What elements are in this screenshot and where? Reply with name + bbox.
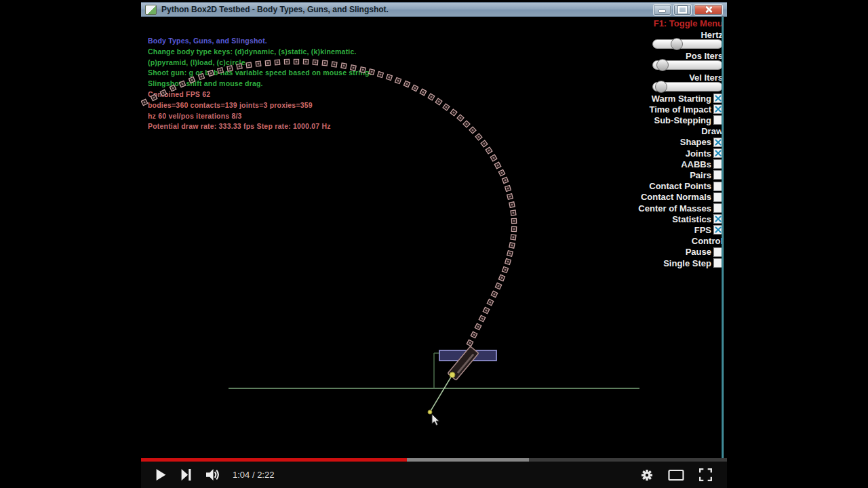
window-controls	[653, 4, 723, 16]
panel-item-label: Warm Starting	[652, 94, 711, 104]
projectile-box-core	[511, 244, 513, 246]
panel-item-label: Statistics	[672, 214, 711, 224]
projectile-box-core	[315, 62, 317, 64]
panel-section-label: Control	[692, 236, 723, 246]
fullscreen-button[interactable]	[694, 464, 717, 485]
projectile-box-core	[258, 63, 260, 65]
next-button[interactable]	[176, 465, 197, 485]
fullscreen-icon	[699, 468, 712, 481]
maximize-button[interactable]	[673, 4, 692, 16]
next-icon	[181, 469, 191, 481]
miniplayer-button[interactable]	[663, 465, 690, 485]
panel-section-label: Draw	[701, 126, 723, 136]
window-right-border	[722, 17, 724, 488]
projectile-box-core	[277, 62, 279, 64]
projectile-box-core	[286, 61, 288, 63]
minimize-icon	[658, 9, 666, 13]
projectile-box-core	[296, 61, 298, 63]
panel-item-label: Contact Points	[649, 181, 711, 191]
projectile-box-core	[513, 212, 515, 214]
slider-thumb[interactable]	[671, 38, 683, 50]
slider-track[interactable]	[652, 82, 723, 92]
projectile-box-core	[513, 237, 515, 239]
anchor-dot	[450, 372, 455, 378]
controls-row: 1:04 / 2:22	[141, 462, 727, 488]
simulation-canvas[interactable]: Body Types, Guns, and Slingshot.Change b…	[141, 17, 727, 458]
projectile-box-core	[238, 65, 240, 67]
window-title: Python Box2D Testbed - Body Types, Guns,…	[161, 5, 653, 14]
projectile-box-core	[361, 68, 363, 70]
close-icon	[705, 5, 713, 14]
slider-thumb[interactable]	[656, 59, 669, 71]
app-icon	[145, 5, 157, 15]
settings-panel: F1: Toggle MenuHertzPos ItersVel ItersWa…	[594, 17, 723, 308]
window-titlebar[interactable]: Python Box2D Testbed - Body Types, Guns,…	[141, 2, 727, 17]
slider-thumb[interactable]	[655, 81, 667, 93]
projectile-box-core	[342, 64, 344, 66]
panel-item-label: Sub-Stepping	[654, 115, 712, 125]
minimize-button[interactable]	[653, 4, 671, 16]
close-button[interactable]	[694, 4, 723, 16]
slider-label: Vel Iters	[689, 72, 723, 83]
panel-item-label: Pause	[686, 247, 711, 257]
panel-item-label: AABBs	[681, 159, 711, 169]
slider-track[interactable]	[652, 60, 723, 70]
gear-icon	[641, 469, 653, 481]
panel-item-label: Joints	[686, 148, 711, 159]
panel-item-label: Shapes	[680, 137, 711, 147]
projectile-box-core	[305, 61, 307, 63]
panel-item-label: Center of Masses	[638, 203, 711, 214]
projectile-box-core	[324, 62, 326, 64]
maximize-icon	[678, 6, 687, 14]
letterbox: Python Box2D Testbed - Body Types, Guns,…	[0, 0, 868, 488]
projectile-box-core	[267, 62, 269, 64]
panel-item-label: FPS	[694, 225, 711, 235]
panel-item-label: Contact Normals	[641, 192, 711, 202]
play-button[interactable]	[151, 465, 172, 485]
projectile-box-core	[334, 64, 336, 66]
video-frame: Python Box2D Testbed - Body Types, Guns,…	[141, 0, 727, 488]
projectile-box-core	[352, 66, 354, 68]
miniplayer-icon	[668, 469, 684, 481]
toggle-menu-hint: F1: Toggle Menu	[654, 18, 723, 28]
volume-button[interactable]	[201, 465, 226, 485]
projectile-box-core	[511, 203, 513, 205]
slider-track[interactable]	[652, 39, 723, 49]
panel-item-label: Single Step	[663, 258, 711, 268]
projectile-box-core	[513, 220, 515, 222]
slingshot-string	[430, 375, 452, 412]
panel-item-label: Pairs	[690, 170, 711, 180]
projectile-box-core	[248, 64, 250, 66]
volume-icon	[206, 469, 220, 481]
mouse-cursor	[432, 414, 439, 426]
projectile-box-core	[513, 228, 515, 230]
player-controls: 1:04 / 2:22	[141, 458, 727, 488]
anchor-dot	[428, 410, 432, 414]
settings-button[interactable]	[635, 465, 658, 485]
time-display: 1:04 / 2:22	[233, 470, 274, 480]
panel-item-label: Time of Impact	[649, 104, 711, 115]
slider-label: Hertz	[701, 29, 723, 40]
projectile-box-core	[229, 67, 231, 69]
play-icon	[156, 469, 166, 481]
